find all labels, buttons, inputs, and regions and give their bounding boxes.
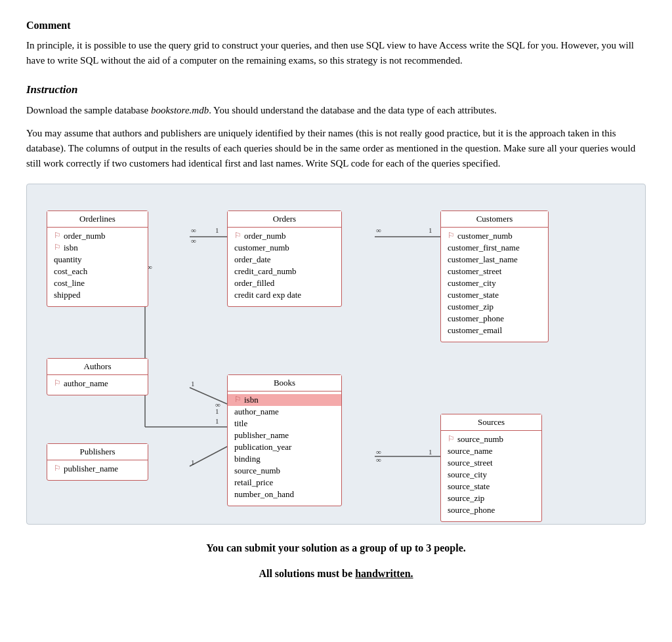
svg-text:1: 1 (215, 226, 219, 234)
field-source_numb: ⚐ source_numb (448, 433, 535, 445)
field-source_name: source_name (448, 445, 535, 457)
field-publication_year: publication_year (234, 441, 335, 453)
key-icon: ⚐ (54, 378, 61, 388)
field-binding: binding (234, 453, 335, 465)
field-source_phone: source_phone (448, 504, 535, 516)
key-icon: ⚐ (234, 395, 242, 405)
field-source_city: source_city (448, 469, 535, 481)
instruction-heading: Instruction (26, 83, 646, 96)
field-customer_first_name: customer_first_name (448, 242, 541, 254)
svg-text:1: 1 (429, 448, 432, 456)
table-sources: Sources ⚐ source_numb source_name source… (440, 414, 542, 522)
field-title: title (234, 418, 335, 430)
svg-line-15 (190, 447, 227, 466)
key-icon: ⚐ (54, 243, 61, 252)
field-cost_each: cost_each (54, 266, 141, 277)
svg-text:1: 1 (191, 458, 195, 466)
table-orders: Orders ⚐ order_numb customer_numb order_… (227, 211, 342, 307)
svg-text:1: 1 (429, 226, 432, 234)
field-credit_card_numb: credit_card_numb (234, 266, 335, 277)
key-icon: ⚐ (234, 231, 242, 241)
bottom-text: You can submit your solution as a group … (26, 539, 646, 582)
field-source_state: source_state (448, 481, 535, 492)
field-retail_price: retail_price (234, 477, 335, 489)
field-author_name: ⚐ author_name (54, 378, 141, 390)
svg-text:∞: ∞ (191, 226, 196, 234)
svg-text:∞: ∞ (191, 237, 196, 245)
table-sources-header: Sources (441, 414, 541, 431)
handwritten-underline: handwritten. (355, 568, 413, 579)
db-filename: bookstore.mdb (151, 105, 209, 115)
comment-heading: Comment (26, 20, 646, 31)
field-cost_line: cost_line (54, 277, 141, 289)
field-customer_street: customer_street (448, 266, 541, 277)
field-publisher_name-books: publisher_name (234, 430, 335, 441)
field-shipped: shipped (54, 289, 141, 301)
field-number_on_hand: number_on_hand (234, 489, 335, 500)
field-customer_numb: customer_numb (234, 242, 335, 254)
field-customer_state: customer_state (448, 289, 541, 301)
table-customers-header: Customers (441, 211, 548, 228)
table-books: Books ⚐ isbn author_name title publisher… (227, 374, 342, 506)
table-orders-header: Orders (228, 211, 341, 228)
table-books-header: Books (228, 375, 341, 391)
field-source_street: source_street (448, 457, 535, 469)
field-order_filled: order_filled (234, 277, 335, 289)
table-orderlines-header: Orderlines (47, 211, 148, 228)
svg-text:∞: ∞ (376, 226, 381, 234)
field-source_zip: source_zip (448, 492, 535, 504)
svg-text:∞: ∞ (376, 456, 381, 464)
field-order_date: order_date (234, 254, 335, 266)
field-customer_email: customer_email (448, 325, 541, 336)
field-publisher_name: ⚐ publisher_name (54, 463, 141, 475)
svg-text:∞: ∞ (215, 401, 220, 409)
handwritten-line: All solutions must be handwritten. (26, 565, 646, 582)
table-publishers: Publishers ⚐ publisher_name (47, 443, 148, 481)
field-credit_card_exp: credit card exp date (234, 289, 335, 301)
key-icon: ⚐ (448, 231, 455, 241)
table-authors: Authors ⚐ author_name (47, 358, 148, 395)
submit-line: You can submit your solution as a group … (26, 539, 646, 557)
key-icon: ⚐ (54, 231, 61, 241)
svg-text:1: 1 (215, 417, 219, 425)
field-quantity: quantity (54, 254, 141, 266)
field-isbn-books: ⚐ isbn (228, 394, 341, 406)
svg-text:1: 1 (215, 407, 219, 415)
table-publishers-header: Publishers (47, 444, 148, 460)
svg-line-11 (190, 388, 227, 404)
comment-paragraph: In principle, it is possible to use the … (26, 38, 646, 69)
table-authors-header: Authors (47, 359, 148, 375)
instruction-paragraph1: Download the sample database bookstore.m… (26, 103, 646, 118)
field-order_numb: ⚐ order_numb (54, 230, 141, 242)
table-orderlines: Orderlines ⚐ order_numb ⚐ isbn quantity … (47, 211, 148, 307)
field-customer_zip: customer_zip (448, 301, 541, 313)
svg-text:∞: ∞ (376, 448, 381, 456)
key-icon: ⚐ (448, 434, 455, 444)
field-isbn: ⚐ isbn (54, 242, 141, 254)
instruction-paragraph2: You may assume that authors and publishe… (26, 126, 646, 172)
field-customer_phone: customer_phone (448, 313, 541, 325)
field-customer_city: customer_city (448, 277, 541, 289)
field-customer_numb: ⚐ customer_numb (448, 230, 541, 242)
svg-text:1: 1 (191, 380, 195, 388)
field-source_numb-books: source_numb (234, 465, 335, 477)
key-icon: ⚐ (54, 464, 61, 473)
field-order_numb-orders: ⚐ order_numb (234, 230, 335, 242)
field-author_name-books: author_name (234, 406, 335, 418)
table-customers: Customers ⚐ customer_numb customer_first… (440, 211, 549, 342)
field-customer_last_name: customer_last_name (448, 254, 541, 266)
database-diagram: ∞ ∞ 1 ∞ 1 ∞ 1 1 1 ∞ 1 ∞ ∞ 1 Orderlines ⚐ (26, 184, 646, 525)
